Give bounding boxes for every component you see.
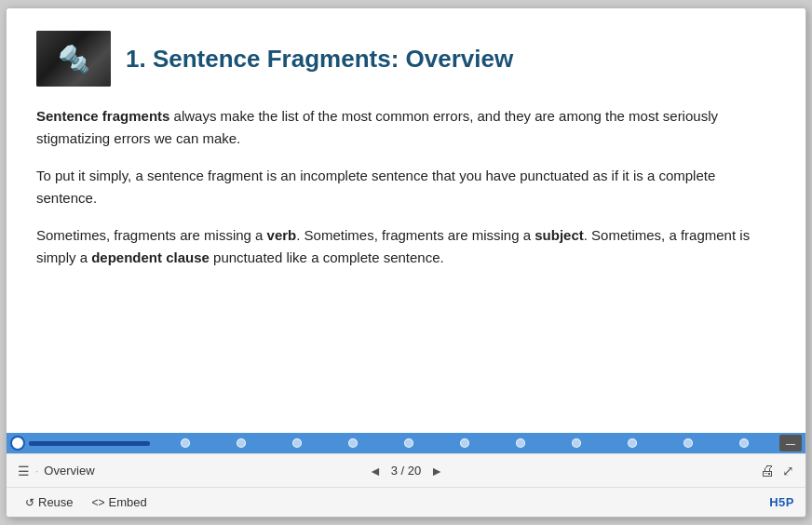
progress-dot	[683, 438, 693, 448]
progress-track: —	[10, 435, 802, 451]
embed-icon: <>	[92, 496, 105, 509]
embed-label: Embed	[109, 495, 147, 509]
progress-bar-area[interactable]: —	[7, 433, 805, 453]
nav-bar: ☰ · Overview ◄ 3 / 20 ► 🖨 ⤢	[7, 453, 805, 487]
footer-bar: ↺ Reuse <> Embed H5P	[7, 487, 805, 517]
paragraph-2: To put it simply, a sentence fragment is…	[36, 165, 776, 209]
progress-dot	[628, 438, 637, 448]
fullscreen-button[interactable]: ⤢	[782, 463, 794, 479]
page-title: 1. Sentence Fragments: Overview	[126, 45, 513, 74]
h5p-badge: H5P	[769, 495, 794, 509]
prev-page-button[interactable]: ◄	[365, 462, 386, 480]
nav-center: ◄ 3 / 20 ►	[365, 462, 447, 480]
progress-dot	[516, 438, 525, 448]
embed-button[interactable]: <> Embed	[85, 493, 155, 511]
next-page-button[interactable]: ►	[426, 462, 447, 480]
page-info: 3 / 20	[391, 464, 422, 478]
reuse-label: Reuse	[38, 495, 74, 509]
progress-dot	[181, 438, 190, 448]
title-thumbnail	[36, 31, 111, 87]
nav-right: 🖨 ⤢	[454, 463, 794, 479]
paragraph-3: Sometimes, fragments are missing a verb.…	[36, 224, 776, 269]
breadcrumb: Overview	[44, 464, 94, 478]
footer-left: ↺ Reuse <> Embed	[18, 493, 769, 511]
reuse-icon: ↺	[25, 496, 34, 509]
nav-separator: ·	[35, 464, 38, 478]
progress-dot	[348, 438, 358, 448]
menu-icon: ☰	[18, 464, 30, 478]
print-icon: 🖨	[760, 463, 775, 479]
menu-icon-btn[interactable]: ☰	[18, 464, 30, 478]
title-row: 1. Sentence Fragments: Overview	[36, 31, 776, 87]
content-area: 1. Sentence Fragments: Overview Sentence…	[7, 8, 805, 433]
paragraph-1: Sentence fragments always make the list …	[36, 105, 776, 150]
footer-right: H5P	[769, 495, 794, 509]
progress-dot	[292, 438, 302, 448]
print-button[interactable]: 🖨	[760, 463, 775, 479]
progress-dot	[572, 438, 581, 448]
reuse-button[interactable]: ↺ Reuse	[18, 493, 81, 511]
progress-dot	[237, 438, 246, 448]
progress-dot	[460, 438, 469, 448]
bold-text-1: Sentence fragments	[36, 108, 169, 124]
progress-dot	[739, 438, 749, 448]
fullscreen-icon: ⤢	[782, 463, 794, 479]
player-container: 1. Sentence Fragments: Overview Sentence…	[6, 7, 806, 518]
nav-left: ☰ · Overview	[18, 464, 358, 478]
progress-dot	[404, 438, 413, 448]
